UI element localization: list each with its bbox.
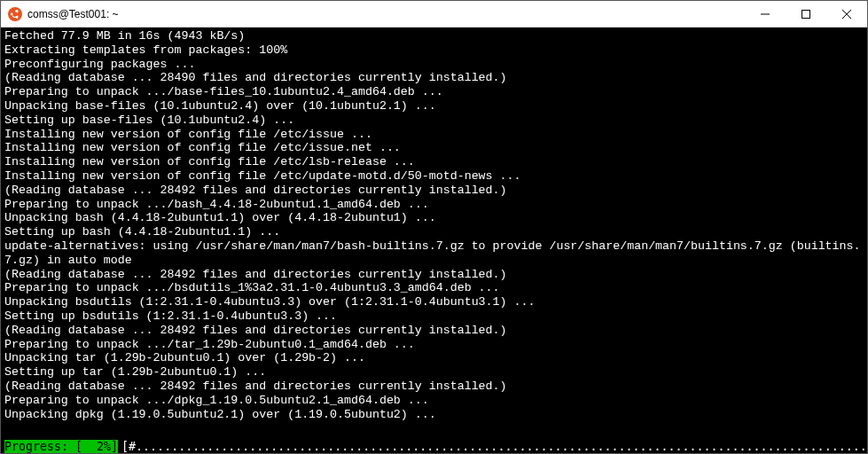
progress-bar: [#......................................… — [121, 440, 867, 454]
terminal-line: update-alternatives: using /usr/share/ma… — [4, 239, 864, 268]
close-button[interactable] — [826, 1, 867, 27]
terminal-line: Preconfiguring packages ... — [4, 58, 864, 72]
terminal-line: Setting up tar (1.29b-2ubuntu0.1) ... — [4, 365, 864, 380]
svg-point-1 — [11, 12, 13, 15]
terminal-line: Unpacking base-files (10.1ubuntu2.4) ove… — [4, 99, 864, 114]
terminal-line: Unpacking dpkg (1.19.0.5ubuntu2.1) over … — [4, 408, 864, 422]
terminal-line: Installing new version of config file /e… — [4, 155, 864, 169]
terminal-line: Fetched 77.9 MB in 16s (4943 kB/s) — [4, 29, 864, 43]
terminal-line: Unpacking bash (4.4.18-2ubuntu1.1) over … — [4, 211, 864, 225]
progress-row: Progress: [ 2%] [#......................… — [4, 440, 864, 454]
terminal-line: Installing new version of config file /e… — [4, 141, 864, 155]
terminal-line: Installing new version of config file /e… — [4, 169, 864, 184]
terminal-line: Setting up bash (4.4.18-2ubuntu1.1) ... — [4, 225, 864, 239]
minimize-button[interactable] — [745, 1, 786, 27]
terminal-output: Fetched 77.9 MB in 16s (4943 kB/s)Extrac… — [4, 29, 864, 439]
terminal-line: (Reading database ... 28492 files and di… — [4, 184, 864, 198]
terminal-line: (Reading database ... 28490 files and di… — [4, 71, 864, 85]
window-title: comss@Test001: ~ — [27, 8, 745, 20]
maximize-button[interactable] — [786, 1, 826, 27]
terminal-line: Preparing to unpack .../dpkg_1.19.0.5ubu… — [4, 394, 864, 408]
svg-rect-5 — [802, 10, 810, 18]
window-titlebar: comss@Test001: ~ — [1, 1, 867, 27]
ubuntu-icon — [8, 7, 22, 21]
terminal-line: Unpacking tar (1.29b-2ubuntu0.1) over (1… — [4, 351, 864, 365]
terminal-line: (Reading database ... 28492 files and di… — [4, 380, 864, 394]
terminal-line: Setting up base-files (10.1ubuntu2.4) ..… — [4, 114, 864, 128]
terminal-line: Preparing to unpack .../tar_1.29b-2ubunt… — [4, 338, 864, 352]
terminal-line: Extracting templates from packages: 100% — [4, 43, 864, 58]
terminal-line: Unpacking bsdutils (1:2.31.1-0.4ubuntu3.… — [4, 295, 864, 309]
terminal-line: (Reading database ... 28492 files and di… — [4, 324, 864, 338]
window-controls — [745, 1, 867, 27]
terminal-pane[interactable]: Fetched 77.9 MB in 16s (4943 kB/s)Extrac… — [1, 27, 867, 453]
terminal-line: Preparing to unpack .../bash_4.4.18-2ubu… — [4, 198, 864, 212]
terminal-line: Preparing to unpack .../base-files_10.1u… — [4, 85, 864, 99]
terminal-line: (Reading database ... 28492 files and di… — [4, 268, 864, 282]
svg-point-0 — [8, 7, 22, 21]
terminal-line: Installing new version of config file /e… — [4, 128, 864, 142]
progress-label: Progress: [ 2%] — [4, 440, 118, 454]
terminal-line: Setting up bsdutils (1:2.31.1-0.4ubuntu3… — [4, 309, 864, 324]
terminal-line: Preparing to unpack .../bsdutils_1%3a2.3… — [4, 281, 864, 295]
